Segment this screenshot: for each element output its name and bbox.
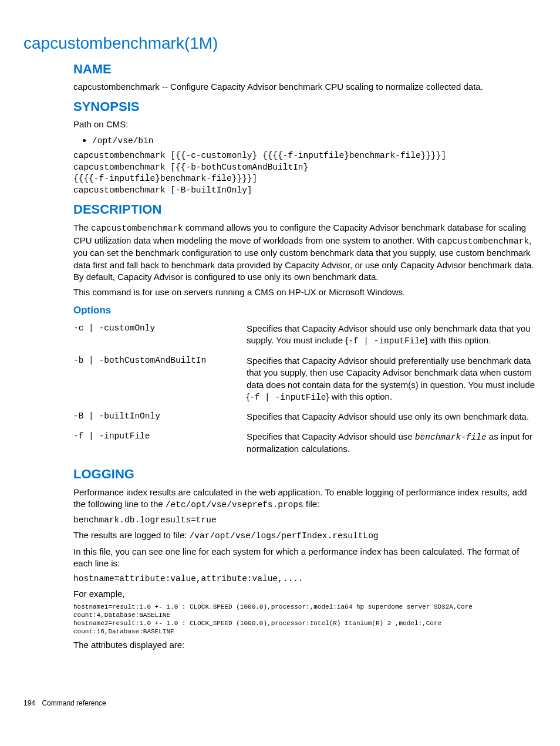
content-body: NAME capcustombenchmark -- Configure Cap… [73,60,537,652]
option-desc: Specifies that Capacity Advisor should u… [247,429,537,461]
opt-desc-b: } with this option. [425,335,491,345]
synopsis-path-value: /opt/vse/bin [92,136,153,146]
option-flag: -B | -builtInOnly [73,409,247,428]
footer-section: Command reference [42,699,106,707]
opt-desc-code: -f | -inputFile [249,393,326,402]
desc-p1-a: The [73,222,91,232]
logging-p5: The attributes displayed are: [73,639,537,651]
logging-p4: For example, [73,588,537,600]
synopsis-lines: capcustombenchmark [{{-c-customonly} {{{… [73,150,537,196]
heading-synopsis: SYNOPSIS [73,98,537,116]
table-row: -f | -inputFile Specifies that Capacity … [73,429,537,461]
log-p1-b: file: [303,499,320,509]
logging-p3: In this file, you can see one line for e… [73,546,537,570]
description-para1: The capcustombenchmark command allows yo… [73,222,537,283]
table-row: -c | -customOnly Specifies that Capacity… [73,321,537,353]
logging-code2: hostname=attribute:value,attribute:value… [73,573,537,585]
heading-logging: LOGGING [73,465,537,483]
opt-desc-a: Specifies that Capacity Advisor should u… [247,431,415,441]
option-desc: Specifies that Capacity Advisor should u… [247,321,537,353]
page-footer: 194 Command reference [23,698,537,708]
logging-p1: Performance index results are calculated… [73,487,537,511]
page-title: capcustombenchmark(1M) [23,32,537,55]
log-p1-code: /etc/opt/vse/vseprefs.props [166,500,303,509]
logging-example: hostname1=result:1.0 +- 1.0 : CLOCK_SPEE… [73,603,537,636]
logging-code1: benchmark.db.logresults=true [73,515,537,526]
heading-name: NAME [73,60,537,78]
opt-desc-codei: benchmark-file [415,433,487,442]
page-number: 194 [23,699,35,707]
heading-description: DESCRIPTION [73,201,537,218]
option-flag: -c | -customOnly [73,321,247,353]
synopsis-path-label: Path on CMS: [73,119,537,130]
option-desc: Specifies that Capacity Advisor should u… [247,409,537,428]
log-p2-code: /var/opt/vse/logs/perfIndex.resultLog [190,531,379,541]
logging-p2: The results are logged to file: /var/opt… [73,529,537,542]
opt-desc-a: Specifies that Capacity Advisor should u… [247,411,529,421]
log-p2-a: The results are logged to file: [73,530,190,540]
synopsis-path-list: /opt/vse/bin [73,134,537,147]
table-row: -B | -builtInOnly Specifies that Capacit… [73,409,537,428]
options-table: -c | -customOnly Specifies that Capacity… [73,321,537,461]
desc-p1-cmd1: capcustombenchmark [91,224,183,233]
description-para2: This command is for use on servers runni… [73,286,537,298]
opt-desc-b: } with this option. [326,391,393,401]
option-flag: -f | -inputFile [73,429,247,461]
option-flag: -b | -bothCustomAndBuiltIn [73,353,247,409]
option-desc: Specifies that Capacity Advisor should p… [247,353,537,409]
table-row: -b | -bothCustomAndBuiltIn Specifies tha… [73,353,537,409]
desc-p1-cmd2: capcustombenchmark [437,237,529,246]
heading-options: Options [73,304,537,318]
name-text: capcustombenchmark -- Configure Capacity… [73,81,537,93]
opt-desc-code: -f | -inputFile [348,336,425,346]
